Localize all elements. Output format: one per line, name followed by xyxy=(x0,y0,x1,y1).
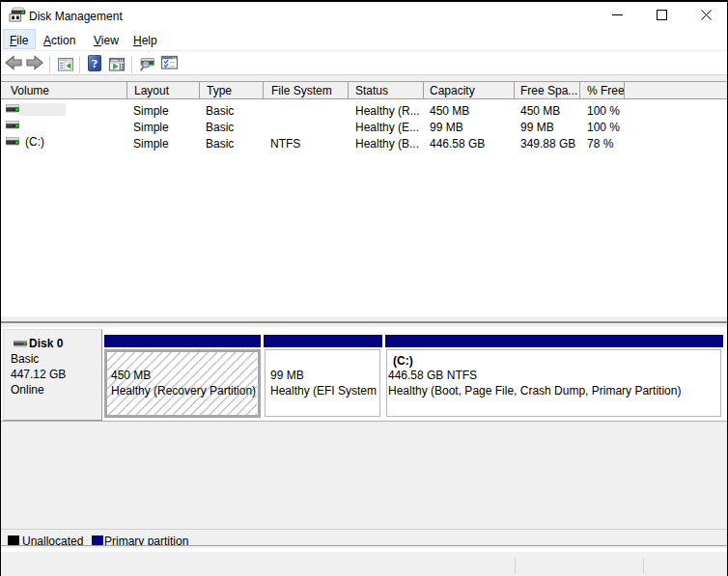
svg-text:?: ? xyxy=(92,56,98,70)
